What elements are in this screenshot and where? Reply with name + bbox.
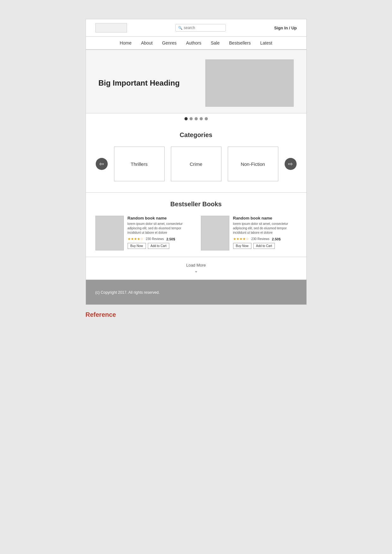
hero-dots bbox=[86, 113, 306, 123]
book-actions-1: Buy Now Add to Cart bbox=[128, 243, 191, 249]
header: 🔍 Sign In / Up bbox=[86, 19, 306, 37]
nav-about[interactable]: About bbox=[141, 40, 153, 45]
search-input[interactable] bbox=[184, 26, 223, 30]
bestseller-title: Bestseller Books bbox=[95, 201, 297, 208]
search-box[interactable]: 🔍 bbox=[175, 24, 226, 32]
footer-copyright: (c) Copyright 2017. All rights reserved. bbox=[95, 290, 160, 295]
book-card-2: Random book name lorem ipsum dolor sit a… bbox=[201, 216, 297, 250]
footer: (c) Copyright 2017. All rights reserved. bbox=[86, 280, 306, 304]
logo bbox=[95, 23, 127, 33]
prev-category-button[interactable]: ⇦ bbox=[96, 158, 108, 170]
book-card-1: Random book name lorem ipsum dolor sit a… bbox=[95, 216, 191, 250]
load-more-section: Load More ⌄ bbox=[86, 257, 306, 280]
nav-bar: Home About Genres Authors Sale Bestselle… bbox=[86, 37, 306, 50]
book-cover-1 bbox=[95, 216, 124, 250]
categories-row: ⇦ Thrillers Crime Non-Fiction ⇨ bbox=[95, 147, 297, 181]
page-wrapper: 🔍 Sign In / Up Home About Genres Authors… bbox=[86, 19, 307, 305]
category-card-thrillers[interactable]: Thrillers bbox=[114, 147, 165, 181]
load-more-label: Load More bbox=[186, 263, 206, 268]
books-row: Random book name lorem ipsum dolor sit a… bbox=[95, 216, 297, 250]
category-label-thrillers: Thrillers bbox=[131, 161, 148, 167]
load-more-arrow-icon: ⌄ bbox=[194, 268, 198, 273]
search-icon: 🔍 bbox=[178, 26, 183, 30]
dot-1[interactable] bbox=[184, 117, 188, 120]
hero-heading: Big Important Heading bbox=[99, 78, 196, 88]
book-meta-2: ★★★★☆ 230 Reviews 2.50$ bbox=[233, 237, 297, 241]
hero-section: Big Important Heading bbox=[86, 50, 306, 113]
hero-text: Big Important Heading bbox=[99, 78, 196, 88]
buy-now-button-2[interactable]: Buy Now bbox=[233, 243, 251, 249]
book-stars-1: ★★★★☆ bbox=[128, 237, 143, 241]
dot-3[interactable] bbox=[195, 117, 198, 120]
dot-5[interactable] bbox=[205, 117, 208, 120]
category-label-nonfiction: Non-Fiction bbox=[241, 161, 265, 167]
next-category-button[interactable]: ⇨ bbox=[285, 158, 297, 170]
book-name-1: Random book name bbox=[128, 216, 191, 220]
buy-now-button-1[interactable]: Buy Now bbox=[128, 243, 146, 249]
nav-bestsellers[interactable]: Bestsellers bbox=[229, 40, 250, 45]
category-card-nonfiction[interactable]: Non-Fiction bbox=[228, 147, 278, 181]
hero-image bbox=[205, 59, 294, 107]
book-info-1: Random book name lorem ipsum dolor sit a… bbox=[128, 216, 191, 250]
categories-list: Thrillers Crime Non-Fiction bbox=[114, 147, 278, 181]
nav-home[interactable]: Home bbox=[120, 40, 131, 45]
categories-title: Categories bbox=[95, 131, 297, 139]
book-cover-2 bbox=[201, 216, 229, 250]
nav-authors[interactable]: Authors bbox=[186, 40, 201, 45]
nav-genres[interactable]: Genres bbox=[162, 40, 177, 45]
reference-section: Reference bbox=[86, 305, 307, 325]
book-desc-1: lorem ipsum dolor sit amet, consectetur … bbox=[128, 222, 191, 235]
category-card-crime[interactable]: Crime bbox=[171, 147, 221, 181]
reference-title: Reference bbox=[86, 311, 116, 318]
book-price-2: 2.50$ bbox=[272, 237, 281, 241]
dot-4[interactable] bbox=[200, 117, 203, 120]
book-price-1: 2.50$ bbox=[166, 237, 175, 241]
nav-latest[interactable]: Latest bbox=[260, 40, 272, 45]
sign-in-link[interactable]: Sign In / Up bbox=[274, 26, 297, 30]
book-desc-2: lorem ipsum dolor sit amet, consectetur … bbox=[233, 222, 297, 235]
add-to-cart-button-1[interactable]: Add to Cart bbox=[148, 243, 170, 249]
book-info-2: Random book name lorem ipsum dolor sit a… bbox=[233, 216, 297, 250]
book-reviews-1: 230 Reviews bbox=[146, 237, 164, 241]
nav-sale[interactable]: Sale bbox=[211, 40, 220, 45]
category-label-crime: Crime bbox=[190, 161, 202, 167]
book-meta-1: ★★★★☆ 230 Reviews 2.50$ bbox=[128, 237, 191, 241]
book-actions-2: Buy Now Add to Cart bbox=[233, 243, 297, 249]
dot-2[interactable] bbox=[190, 117, 193, 120]
book-stars-2: ★★★★☆ bbox=[233, 237, 249, 241]
book-name-2: Random book name bbox=[233, 216, 297, 220]
categories-section: Categories ⇦ Thrillers Crime Non-Fiction… bbox=[86, 123, 306, 193]
book-reviews-2: 230 Reviews bbox=[251, 237, 269, 241]
add-to-cart-button-2[interactable]: Add to Cart bbox=[253, 243, 275, 249]
load-more-button[interactable]: Load More ⌄ bbox=[186, 263, 206, 273]
bestseller-section: Bestseller Books Random book name lorem … bbox=[86, 193, 306, 257]
